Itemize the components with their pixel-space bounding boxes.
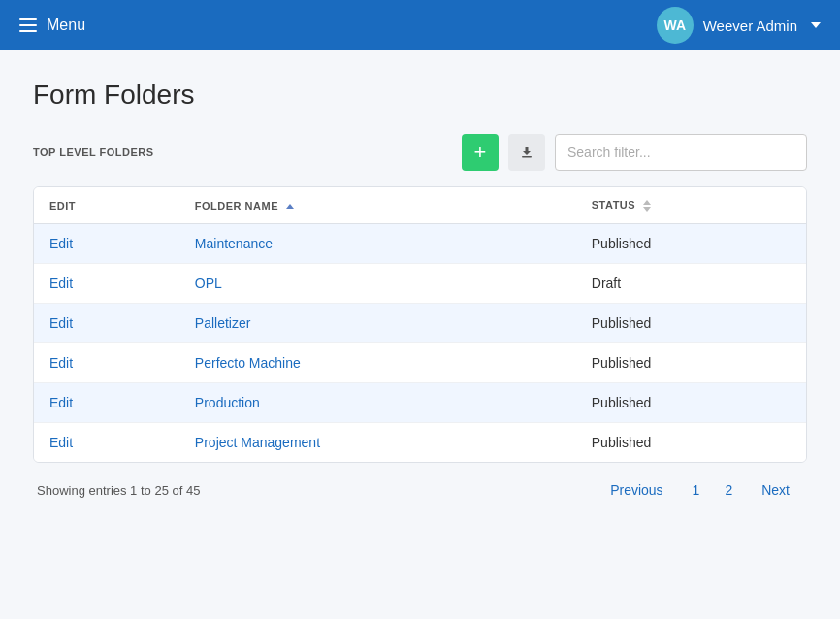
table-header-row: EDIT FOLDER NAME STATUS [34,187,806,224]
table-footer: Showing entries 1 to 25 of 45 Previous 1… [33,463,807,504]
folder-name-link[interactable]: Maintenance [195,236,273,251]
folder-name-link[interactable]: Perfecto Machine [195,355,301,371]
download-button[interactable] [508,134,545,171]
page-title: Form Folders [33,80,807,111]
status-cell: Published [576,224,806,264]
col-folder-name[interactable]: FOLDER NAME [179,187,576,224]
table-row: EditProject ManagementPublished [34,423,806,463]
status-cell: Published [576,423,806,463]
status-cell: Published [576,383,806,423]
status-cell: Published [576,343,806,383]
status-cell: Draft [576,264,806,304]
folders-table: EDIT FOLDER NAME STATUS [33,186,807,463]
next-button[interactable]: Next [748,476,803,504]
admin-name: Weever Admin [703,17,797,34]
edit-link[interactable]: Edit [49,355,73,371]
menu-label[interactable]: Menu [47,16,85,34]
add-button[interactable]: + [462,134,499,171]
showing-entries: Showing entries 1 to 25 of 45 [37,483,200,498]
col-edit: EDIT [34,187,179,224]
top-level-label: TOP LEVEL FOLDERS [33,147,154,158]
app-header: Menu WA Weever Admin [0,0,840,50]
table-row: EditMaintenancePublished [34,224,806,264]
status-cell: Published [576,304,806,343]
svg-rect-0 [522,156,532,158]
page-1[interactable]: 1 [683,476,710,504]
edit-link[interactable]: Edit [49,395,73,410]
avatar: WA [657,7,694,44]
hamburger-icon[interactable] [19,18,37,32]
edit-link[interactable]: Edit [49,236,73,251]
edit-link[interactable]: Edit [49,435,73,450]
folder-name-link[interactable]: Palletizer [195,315,251,331]
toolbar: TOP LEVEL FOLDERS + [33,134,807,171]
previous-button[interactable]: Previous [597,476,676,504]
table-row: EditProductionPublished [34,383,806,423]
folder-name-link[interactable]: OPL [195,276,222,291]
folder-name-link[interactable]: Project Management [195,435,320,450]
main-content: Form Folders TOP LEVEL FOLDERS + EDIT FO… [0,50,840,533]
sort-status-icon [643,200,651,212]
folder-name-link[interactable]: Production [195,395,260,410]
chevron-down-icon[interactable] [811,22,821,28]
sort-folder-name-icon [286,204,294,209]
edit-link[interactable]: Edit [49,276,73,291]
table-row: EditOPLDraft [34,264,806,304]
pagination: Previous 1 2 Next [597,476,803,504]
menu-group[interactable]: Menu [19,16,85,34]
table-row: EditPerfecto MachinePublished [34,343,806,383]
col-status[interactable]: STATUS [576,187,806,224]
edit-link[interactable]: Edit [49,315,73,331]
page-2[interactable]: 2 [715,476,742,504]
download-icon [519,145,534,160]
table-row: EditPalletizerPublished [34,304,806,343]
search-input[interactable] [555,134,807,171]
user-group: WA Weever Admin [657,7,821,44]
